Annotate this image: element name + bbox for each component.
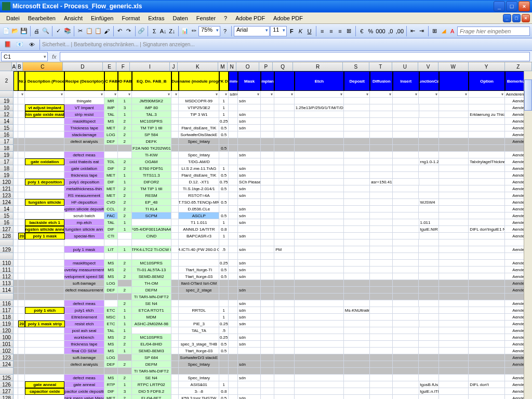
- menu-bearbeiten[interactable]: Bearbeiten: [24, 14, 60, 22]
- col-header[interactable]: C: [23, 62, 63, 71]
- menu-datei[interactable]: Datei: [2, 14, 24, 22]
- col-header[interactable]: I: [130, 62, 170, 71]
- menu-ansicht[interactable]: Ansicht: [60, 14, 87, 22]
- col-header[interactable]: A: [12, 62, 17, 71]
- table-row[interactable]: 17 gate oxidation oxid thateds eat TDL 2…: [0, 158, 532, 165]
- borders-icon[interactable]: ⊞: [431, 25, 439, 37]
- table-row[interactable]: 124 defect analysis DEF 2 DEFM Spec_Inta…: [0, 361, 532, 368]
- underline-icon[interactable]: U: [305, 25, 314, 37]
- align-left-icon[interactable]: ≡: [318, 25, 326, 37]
- col-header[interactable]: B: [17, 62, 23, 71]
- table-row[interactable]: TI TARI-MN-DIFT2: [0, 294, 532, 300]
- increase-decimal-icon[interactable]: ,0: [387, 25, 395, 37]
- new-icon[interactable]: 📄: [2, 25, 10, 37]
- align-right-icon[interactable]: ≡: [336, 25, 344, 37]
- table-row[interactable]: 15 scrub batch PAC 2 SCPM ASCLP 0.5 sdn …: [0, 212, 532, 219]
- col-header[interactable]: T: [369, 62, 392, 71]
- fontsize-combo[interactable]: 11: [270, 26, 287, 36]
- table-row[interactable]: 111 overlay measurement MS 2 TI-01 AL5TA…: [0, 267, 532, 273]
- table-row[interactable]: 117 poly 1 etch poly1 etch ETC 1 ETCA RT…: [0, 307, 532, 314]
- format-painter-icon[interactable]: 🖌: [103, 25, 111, 37]
- col-header[interactable]: S: [343, 62, 369, 71]
- table-row[interactable]: 16 backside etch 1 mp-etch TAL 1 T1 1.01…: [0, 219, 532, 226]
- sum-icon[interactable]: Σ: [150, 25, 158, 37]
- research-icon[interactable]: 📚: [63, 25, 72, 37]
- currency-icon[interactable]: €: [357, 25, 366, 37]
- table-row[interactable]: 129 poly 1 mask LIT 1 TRX. LT-0FTFK4-LTC…: [0, 246, 532, 253]
- close-button[interactable]: ×: [518, 1, 530, 11]
- menu-adobe-pdf[interactable]: Adobe PDF: [231, 14, 269, 22]
- table-row[interactable]: 14 masklitspect MS 2 MC10SPRS 0.25 sdn A…: [0, 118, 532, 125]
- table-row[interactable]: 119 20 poly 1 mask strip resist etch ETC…: [0, 321, 532, 327]
- col-header[interactable]: U: [392, 62, 419, 71]
- indent-dec-icon[interactable]: ⇤: [409, 25, 417, 37]
- spreadsheet-grid[interactable]: A B C D E F I J K M N O P Q R S T U V W …: [0, 62, 532, 399]
- table-row[interactable]: 112 development speed SEM MS 2 SEMD-8EMI…: [0, 273, 532, 280]
- table-row[interactable]: 118 Eltriebnement MSC 1 MDM 1 sdn Aender…: [0, 314, 532, 321]
- col-header[interactable]: K: [178, 62, 219, 71]
- undo-icon[interactable]: ↶: [116, 25, 124, 37]
- help-icon[interactable]: ?: [221, 25, 229, 37]
- table-row[interactable]: 113 soft-bamage LOG TH-OM Itard-OTard Is…: [0, 280, 532, 287]
- table-row[interactable]: 10 vt adjust implant VT Impant IMP 3 IMP…: [0, 104, 532, 111]
- maximize-button[interactable]: □: [506, 1, 517, 11]
- table-row[interactable]: 121 metalthickness-thin MET 2 TM TIP 1 t…: [0, 185, 532, 192]
- table-row[interactable]: [0, 240, 532, 246]
- table-row[interactable]: 110 masklitspect MS 2 MC10SPRS 0.25 sdn …: [0, 260, 532, 267]
- col-header[interactable]: R: [293, 62, 343, 71]
- table-row[interactable]: 19 thingate MR 1 JM590MSK2 MSDCOPR-99 1 …: [0, 98, 532, 104]
- fx-icon[interactable]: fx: [49, 54, 60, 60]
- name-box[interactable]: C1: [1, 52, 48, 61]
- doc-close-button[interactable]: ×: [522, 14, 530, 22]
- table-row[interactable]: 12 thin gate oxide mask strip resist TAL…: [0, 111, 532, 118]
- table-row[interactable]: 18 DEF2A N60 TK202W0105 0.5: [0, 145, 532, 152]
- menu-extras[interactable]: Extras: [144, 14, 168, 22]
- table-row[interactable]: 128 thick mass valve Maso MET 2 EL/04-8E…: [0, 395, 532, 399]
- font-color-icon[interactable]: A: [448, 25, 457, 37]
- sort-desc-icon[interactable]: Z↓: [168, 25, 176, 37]
- font-combo[interactable]: Arial: [234, 26, 270, 36]
- col-header[interactable]: W: [438, 62, 469, 71]
- table-row[interactable]: 116 defect meas 2 SE N4 sdn Aenderen: [0, 300, 532, 307]
- indent-inc-icon[interactable]: ⇥: [418, 25, 426, 37]
- menu-fenster[interactable]: Fenster: [192, 14, 220, 22]
- table-row[interactable]: 120 poly 1 deposition poly1 deposition D…: [0, 179, 532, 185]
- col-header[interactable]: D: [63, 62, 103, 71]
- table-row[interactable]: 16 stackdamage LOG 2 SP 584 SortwaferDis…: [0, 131, 532, 138]
- select-all-corner[interactable]: [0, 62, 12, 71]
- col-header[interactable]: E: [103, 62, 116, 71]
- align-center-icon[interactable]: ≡: [327, 25, 335, 37]
- minimize-button[interactable]: _: [494, 1, 505, 11]
- spell-icon[interactable]: ✓: [55, 25, 63, 37]
- doc-restore-button[interactable]: □: [512, 14, 521, 22]
- table-row[interactable]: 128 20 poly 1 mask special-film CTI CIND…: [0, 233, 532, 240]
- pdf-mail-icon[interactable]: 📧: [14, 39, 25, 50]
- table-row[interactable]: 123 RS measurement MET 2 RESM RSTOT=4A s…: [0, 192, 532, 199]
- doc-minimize-button[interactable]: _: [503, 14, 511, 22]
- table-row[interactable]: 19 defect meas TI-KIW Spec_Intary sdn Ae…: [0, 152, 532, 158]
- col-header[interactable]: J: [170, 62, 177, 71]
- bold-icon[interactable]: F: [287, 25, 296, 37]
- table-row[interactable]: [0, 253, 532, 260]
- menu-daten[interactable]: Daten: [168, 14, 192, 22]
- menu-adobe-pdf-2[interactable]: Adobe PDF: [269, 14, 307, 22]
- col-header[interactable]: Y: [469, 62, 505, 71]
- col-header[interactable]: M: [218, 62, 228, 71]
- cut-icon[interactable]: ✂: [76, 25, 85, 37]
- save-icon[interactable]: 💾: [20, 25, 28, 37]
- table-row[interactable]: 123 soft-bamage LOG SP 684 SortwaferD/3 …: [0, 354, 532, 361]
- col-header[interactable]: F: [116, 62, 130, 71]
- pdf-review-icon[interactable]: 👁: [26, 39, 37, 50]
- table-row[interactable]: 17 defect analysis DEF 2 DEFK Spec_Intar…: [0, 138, 532, 145]
- table-row[interactable]: 127 tungsten silicide anneal tungsten si…: [0, 226, 532, 233]
- ask-question-input[interactable]: [457, 26, 530, 36]
- table-row[interactable]: 14 tungsten silicide deposition CCL 2 TI…: [0, 206, 532, 212]
- col-header[interactable]: P: [259, 62, 273, 71]
- sort-asc-icon[interactable]: A↓: [159, 25, 167, 37]
- table-row[interactable]: 102 final CD SEM MS 1 SEMD-8EMI3 Ttart_I…: [0, 348, 532, 354]
- decrease-decimal-icon[interactable]: ,00: [395, 25, 404, 37]
- col-header[interactable]: V: [418, 62, 438, 71]
- menu-format[interactable]: Format: [117, 14, 144, 22]
- table-row[interactable]: 120 post ash seal TAL 1 TAL_TA .5 Aender…: [0, 327, 532, 334]
- col-header[interactable]: Q: [273, 62, 293, 71]
